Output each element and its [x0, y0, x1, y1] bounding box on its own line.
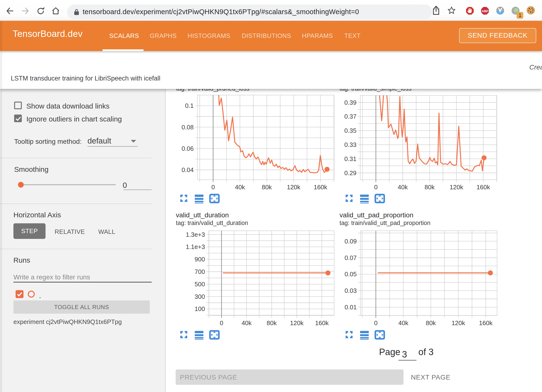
svg-text:120k: 120k [290, 319, 304, 327]
svg-text:80k: 80k [425, 184, 435, 191]
svg-text:40k: 40k [398, 319, 409, 327]
svg-text:0.07: 0.07 [345, 254, 357, 261]
svg-text:40k: 40k [242, 319, 252, 327]
svg-text:120k: 120k [450, 184, 463, 191]
svg-text:120k: 120k [287, 184, 300, 191]
svg-text:tag: train/valid_utt_duration: tag: train/valid_utt_duration [176, 219, 248, 226]
svg-text:0.03: 0.03 [345, 287, 357, 294]
svg-text:100: 100 [195, 305, 205, 312]
svg-text:0: 0 [374, 184, 377, 191]
svg-text:valid_utt_duration: valid_utt_duration [176, 211, 229, 219]
svg-text:40k: 40k [235, 184, 245, 191]
svg-text:900: 900 [195, 256, 205, 263]
svg-text:160k: 160k [477, 184, 490, 191]
svg-text:0.29: 0.29 [344, 169, 357, 177]
svg-text:0.01: 0.01 [345, 304, 357, 311]
svg-text:valid_utt_pad_proportion: valid_utt_pad_proportion [340, 211, 413, 219]
svg-text:0.35: 0.35 [344, 127, 357, 134]
svg-text:ABP: ABP [482, 9, 488, 13]
svg-text:1.3e+3: 1.3e+3 [186, 231, 205, 238]
svg-text:0: 0 [374, 319, 377, 327]
svg-text:160k: 160k [315, 319, 329, 327]
svg-text:0.09: 0.09 [345, 238, 357, 245]
svg-text:0.08: 0.08 [182, 124, 194, 131]
svg-text:0.05: 0.05 [345, 271, 357, 278]
svg-text:1.1e+3: 1.1e+3 [186, 243, 205, 250]
svg-text:300: 300 [195, 293, 205, 300]
svg-text:0.06: 0.06 [182, 145, 194, 152]
svg-text:80k: 80k [262, 184, 272, 191]
svg-text:0.37: 0.37 [344, 113, 357, 120]
svg-text:80k: 80k [267, 319, 277, 327]
svg-text:0.04: 0.04 [182, 166, 194, 173]
svg-text:160k: 160k [479, 319, 493, 327]
svg-text:80k: 80k [426, 319, 436, 327]
svg-text:tag: train/valid_utt_pad_propo: tag: train/valid_utt_pad_proportion [340, 219, 430, 226]
svg-text:700: 700 [195, 268, 205, 275]
svg-text:40k: 40k [398, 184, 408, 191]
svg-text:160k: 160k [314, 184, 327, 191]
svg-text:120k: 120k [451, 319, 465, 327]
svg-text:0: 0 [220, 319, 223, 327]
svg-text:0.31: 0.31 [344, 155, 357, 162]
svg-text:0.1: 0.1 [185, 102, 194, 109]
svg-text:0: 0 [211, 184, 215, 191]
svg-text:500: 500 [195, 281, 205, 288]
svg-text:0.39: 0.39 [344, 99, 357, 106]
svg-text:0.33: 0.33 [344, 141, 357, 148]
